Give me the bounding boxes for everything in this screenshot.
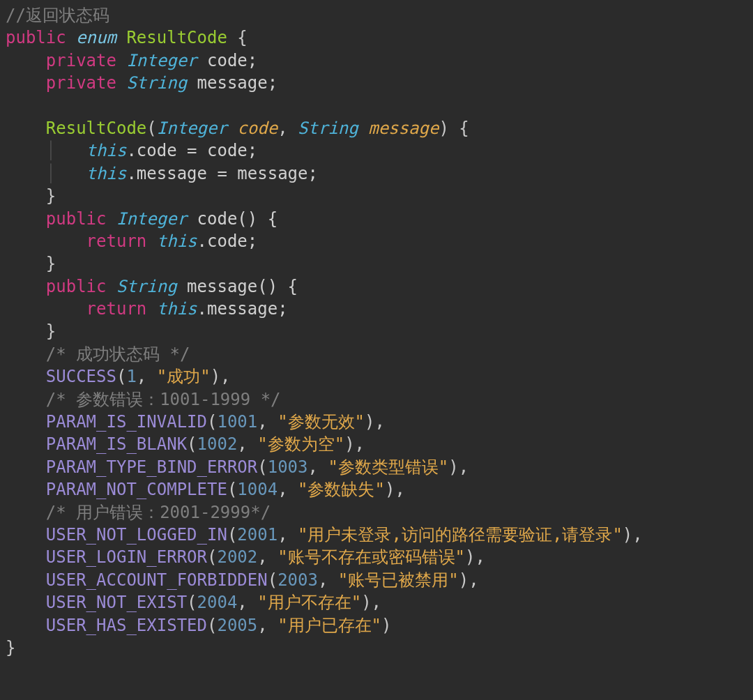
token-number: 1003 [268, 457, 308, 477]
token-number: 2002 [217, 547, 257, 567]
token-ctor: ResultCode [46, 119, 147, 138]
token-punct: { [227, 28, 248, 47]
code-block: //返回状态码 public enum ResultCode { private… [0, 0, 753, 664]
token-number: 1 [126, 367, 136, 386]
token-punct: } [46, 254, 56, 273]
token-string: "用户不存在" [257, 593, 361, 612]
token-ident: message() { [177, 277, 298, 296]
token-punct: ) [381, 616, 391, 635]
token-punct: } [6, 638, 15, 657]
token-enum-value: PARAM_NOT_COMPLETE [46, 480, 227, 499]
token-punct: ), [459, 570, 479, 590]
token-number: 1004 [237, 480, 277, 499]
token-string: "参数无效" [277, 412, 365, 432]
token-this: this [86, 141, 127, 160]
token-punct: ), [344, 434, 365, 454]
token-punct: ), [385, 480, 405, 499]
token-punct: ( [257, 457, 267, 477]
code-line: //返回状态码 [6, 6, 109, 25]
token-punct: ), [623, 525, 643, 545]
token-this: this [86, 164, 127, 183]
token-enum-value: USER_HAS_EXISTED [46, 616, 207, 635]
token-punct: ( [187, 593, 197, 612]
token-string: "用户已存在" [277, 616, 381, 635]
token-ident: .message; [197, 299, 288, 319]
token-param: code [237, 119, 277, 138]
token-punct: ( [268, 570, 277, 590]
token-enum-value: USER_NOT_EXIST [46, 593, 187, 612]
token-punct: } [46, 186, 56, 206]
token-number: 1002 [197, 434, 238, 454]
token-punct: , [307, 457, 328, 477]
token-keyword: public [46, 277, 107, 296]
token-type: String [126, 73, 187, 93]
token-type: Integer [126, 51, 197, 70]
token-number: 1001 [217, 412, 257, 432]
token-enum-value: PARAM_IS_INVALID [46, 412, 207, 432]
token-string: "成功" [157, 367, 211, 386]
token-enum-value: PARAM_IS_BLANK [46, 434, 187, 454]
token-punct: ), [465, 547, 485, 567]
token-punct: , [277, 480, 298, 499]
token-string: "账号不存在或密码错误" [277, 547, 465, 567]
token-punct: ( [227, 480, 237, 499]
indent-guide: │ [46, 164, 86, 183]
token-type: Integer [116, 209, 187, 229]
token-punct: ) { [439, 119, 469, 138]
token-punct: , [237, 434, 257, 454]
token-punct: , [318, 570, 338, 590]
token-punct: ( [227, 525, 237, 545]
token-punct: , [257, 547, 277, 567]
token-enum-value: USER_ACCOUNT_FORBIDDEN [46, 570, 268, 590]
token-keyword: public [6, 28, 66, 47]
token-classname: ResultCode [126, 28, 227, 47]
token-ident: message; [187, 73, 277, 93]
token-enum-value: USER_NOT_LOGGED_IN [46, 525, 227, 545]
token-punct: ), [211, 367, 231, 386]
token-punct: ( [116, 367, 126, 386]
token-keyword: public [46, 209, 107, 229]
token-enum-value: SUCCESS [46, 367, 116, 386]
token-number: 2001 [237, 525, 277, 545]
token-keyword: enum [76, 28, 116, 47]
token-punct: ( [187, 434, 197, 454]
token-number: 2004 [197, 593, 238, 612]
token-keyword: private [46, 51, 116, 70]
code-line: /* 参数错误：1001-1999 */ [46, 390, 281, 409]
token-punct: ( [146, 119, 156, 138]
token-keyword: return [86, 231, 147, 251]
token-punct: ), [448, 457, 469, 477]
token-enum-value: USER_LOGIN_ERROR [46, 547, 207, 567]
token-punct: ( [207, 616, 217, 635]
indent-guide: │ [46, 141, 86, 160]
token-punct: } [46, 321, 56, 341]
token-type: String [298, 119, 358, 138]
token-param: message [368, 119, 439, 138]
code-line: /* 成功状态码 */ [46, 344, 190, 364]
token-ident: .message = message; [126, 164, 318, 183]
token-this: this [157, 299, 197, 319]
token-punct: , [277, 525, 298, 545]
token-keyword: private [46, 73, 116, 93]
token-keyword: return [86, 299, 147, 319]
token-punct: ( [207, 412, 217, 432]
token-string: "用户未登录,访问的路径需要验证,请登录" [298, 525, 623, 545]
token-string: "参数缺失" [298, 480, 385, 499]
token-punct: ( [207, 547, 217, 567]
token-punct: ), [365, 412, 385, 432]
token-punct: , [237, 593, 257, 612]
token-type: Integer [157, 119, 227, 138]
token-string: "参数类型错误" [328, 457, 448, 477]
token-string: "账号已被禁用" [338, 570, 459, 590]
token-number: 2003 [277, 570, 318, 590]
token-punct: ), [361, 593, 381, 612]
token-enum-value: PARAM_TYPE_BIND_ERROR [46, 457, 257, 477]
token-ident: .code; [197, 231, 258, 251]
token-ident: code() { [187, 209, 277, 229]
token-ident: code; [197, 51, 258, 70]
token-this: this [157, 231, 197, 251]
token-punct: , [277, 119, 298, 138]
token-string: "参数为空" [257, 434, 344, 454]
token-punct: , [137, 367, 157, 386]
token-punct: , [257, 616, 277, 635]
